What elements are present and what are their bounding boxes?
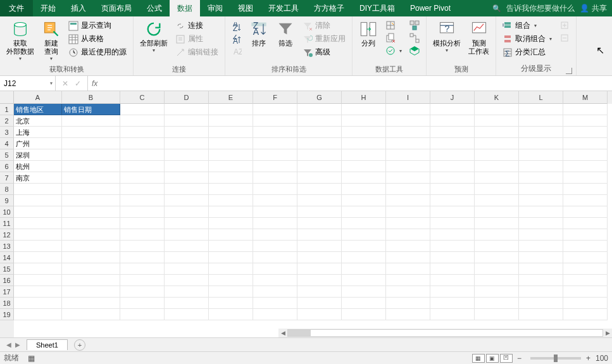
- tab-home[interactable]: 开始: [33, 0, 63, 16]
- cell[interactable]: [165, 309, 209, 320]
- cell[interactable]: [563, 206, 608, 218]
- cell[interactable]: [386, 275, 430, 286]
- name-box[interactable]: J12▾: [0, 76, 56, 91]
- cell[interactable]: [430, 115, 475, 127]
- row-header[interactable]: 9: [0, 195, 14, 206]
- cell[interactable]: [62, 206, 120, 218]
- view-normal-button[interactable]: ▦: [472, 354, 485, 363]
- cell[interactable]: [165, 172, 209, 184]
- cell[interactable]: [209, 309, 253, 320]
- cell[interactable]: [165, 286, 209, 298]
- add-sheet-button[interactable]: +: [74, 339, 85, 351]
- row-header[interactable]: 18: [0, 298, 14, 309]
- cell[interactable]: [253, 309, 297, 320]
- fx-icon[interactable]: fx: [88, 76, 101, 91]
- cell[interactable]: [165, 218, 209, 229]
- cell[interactable]: [563, 309, 608, 320]
- row-header[interactable]: 13: [0, 241, 14, 252]
- cell[interactable]: [519, 263, 563, 275]
- cell[interactable]: [14, 286, 62, 298]
- confirm-formula-button[interactable]: ✓: [75, 79, 81, 88]
- cell[interactable]: [475, 115, 519, 127]
- cell[interactable]: [342, 229, 386, 241]
- tab-diy[interactable]: DIY工具箱: [352, 0, 403, 16]
- cell[interactable]: [519, 138, 563, 149]
- cell[interactable]: [209, 195, 253, 206]
- row-header[interactable]: 10: [0, 206, 14, 218]
- zoom-in-button[interactable]: +: [586, 354, 590, 363]
- cell[interactable]: [386, 184, 430, 195]
- cell[interactable]: [386, 241, 430, 252]
- cell[interactable]: [475, 298, 519, 309]
- tab-layout[interactable]: 页面布局: [94, 0, 139, 16]
- cell[interactable]: [120, 263, 165, 275]
- ungroup-button[interactable]: 取消组合▾: [501, 33, 553, 45]
- cell[interactable]: [563, 127, 608, 138]
- cell[interactable]: [120, 104, 165, 115]
- cell[interactable]: [342, 263, 386, 275]
- cell[interactable]: [62, 184, 120, 195]
- macro-record-icon[interactable]: ▦: [28, 354, 35, 363]
- cell[interactable]: [519, 172, 563, 184]
- col-header[interactable]: E: [209, 91, 253, 104]
- tell-me[interactable]: 告诉我你想要做什么: [506, 3, 575, 14]
- connections-button[interactable]: 连接: [174, 20, 220, 32]
- cell[interactable]: [563, 149, 608, 161]
- cell[interactable]: [519, 149, 563, 161]
- cell[interactable]: [165, 252, 209, 263]
- cell[interactable]: [120, 309, 165, 320]
- tab-file[interactable]: 文件: [0, 0, 33, 16]
- sort-sub-button[interactable]: AZ: [230, 47, 243, 58]
- filter-button[interactable]: 筛选: [272, 18, 299, 47]
- tab-view[interactable]: 视图: [230, 0, 261, 16]
- cell[interactable]: [14, 241, 62, 252]
- cell[interactable]: [297, 115, 342, 127]
- cell[interactable]: [297, 275, 342, 286]
- cell[interactable]: [165, 195, 209, 206]
- cell[interactable]: [342, 195, 386, 206]
- cell[interactable]: [297, 161, 342, 172]
- cell[interactable]: [14, 309, 62, 320]
- cell[interactable]: [342, 286, 386, 298]
- tab-powerpivot[interactable]: Power Pivot: [403, 0, 458, 16]
- cell[interactable]: [297, 149, 342, 161]
- cell[interactable]: [297, 263, 342, 275]
- cell[interactable]: [165, 104, 209, 115]
- cell[interactable]: [209, 127, 253, 138]
- cell[interactable]: [563, 275, 608, 286]
- cell[interactable]: [62, 218, 120, 229]
- cell[interactable]: 销售地区: [14, 104, 62, 115]
- cell[interactable]: [14, 206, 62, 218]
- col-header[interactable]: F: [253, 91, 297, 104]
- cell[interactable]: [297, 172, 342, 184]
- cell[interactable]: [209, 252, 253, 263]
- cell[interactable]: [386, 161, 430, 172]
- cell[interactable]: [297, 252, 342, 263]
- cell[interactable]: [253, 218, 297, 229]
- cell[interactable]: [386, 149, 430, 161]
- sheet-nav-next[interactable]: ▶: [15, 341, 20, 348]
- cell[interactable]: [14, 252, 62, 263]
- cancel-formula-button[interactable]: ✕: [62, 79, 68, 88]
- cell[interactable]: [165, 138, 209, 149]
- row-header[interactable]: 2: [0, 115, 14, 127]
- cell[interactable]: [165, 229, 209, 241]
- cell[interactable]: [120, 184, 165, 195]
- tab-insert[interactable]: 插入: [63, 0, 94, 16]
- cell[interactable]: [253, 252, 297, 263]
- cell[interactable]: 北京: [14, 115, 62, 127]
- cell[interactable]: [209, 138, 253, 149]
- row-header[interactable]: 16: [0, 275, 14, 286]
- tab-ffgz[interactable]: 方方格子: [306, 0, 352, 16]
- cell[interactable]: [297, 104, 342, 115]
- cell[interactable]: [563, 218, 608, 229]
- sort-desc-button[interactable]: ZA: [230, 34, 243, 46]
- advanced-filter-button[interactable]: 高级: [301, 46, 347, 58]
- zoom-slider[interactable]: [530, 357, 581, 360]
- row-header[interactable]: 6: [0, 161, 14, 172]
- cell[interactable]: [430, 218, 475, 229]
- cell[interactable]: [253, 172, 297, 184]
- row-header[interactable]: 19: [0, 309, 14, 320]
- cell[interactable]: [475, 252, 519, 263]
- cell[interactable]: [519, 275, 563, 286]
